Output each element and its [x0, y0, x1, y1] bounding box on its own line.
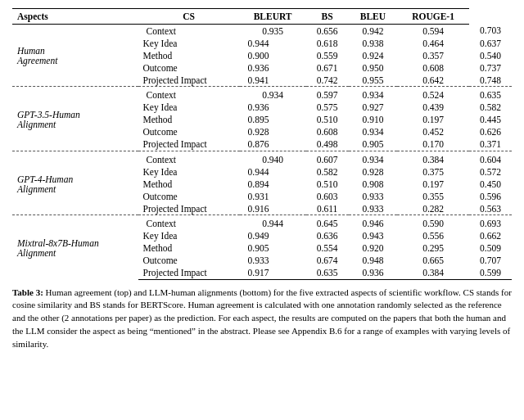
caption-label: Table 3:: [12, 287, 43, 297]
table-container: Aspects CS BLEURT BS BLEU ROUGE-1 HumanA…: [12, 8, 512, 351]
cs-cell: 0.935: [240, 25, 306, 38]
rouge1-cell: 0.693: [469, 215, 512, 230]
bleurt-cell: 0.554: [306, 242, 349, 255]
bleurt-cell: 0.618: [306, 37, 349, 49]
cs-cell: 0.928: [240, 126, 306, 138]
bleu-cell: 0.452: [397, 126, 469, 138]
cs-cell: 0.917: [240, 267, 306, 280]
rouge1-cell: 0.626: [469, 126, 512, 138]
bleu-cell: 0.357: [397, 49, 469, 61]
bleu-cell: 0.439: [397, 102, 469, 114]
aspect-cell: Context: [138, 87, 240, 102]
group-label: GPT-4-HumanAlignment: [12, 151, 138, 215]
results-table: Aspects CS BLEURT BS BLEU ROUGE-1 HumanA…: [12, 8, 512, 280]
rouge1-cell: 0.572: [469, 165, 512, 178]
bs-cell: 0.934: [349, 87, 398, 102]
aspect-cell: Outcome: [138, 126, 240, 138]
cs-cell: 0.905: [240, 242, 306, 255]
bleurt-cell: 0.636: [306, 230, 349, 242]
rouge1-cell: 0.737: [469, 61, 512, 74]
aspect-cell: Context: [138, 151, 240, 165]
cs-cell: 0.876: [240, 138, 306, 151]
group-label: GPT-3.5-HumanAlignment: [12, 87, 138, 151]
rouge1-cell: 0.582: [469, 102, 512, 114]
cs-cell: 0.940: [240, 151, 306, 165]
rouge1-cell: 0.445: [469, 114, 512, 126]
bs-cell: 0.933: [349, 202, 398, 215]
bleu-cell: 0.282: [397, 202, 469, 215]
bleu-cell: 0.384: [397, 267, 469, 280]
cs-cell: 0.895: [240, 114, 306, 126]
col-bs: BS: [306, 9, 349, 25]
bs-cell: 0.928: [349, 165, 398, 178]
bs-cell: 0.942: [349, 25, 398, 38]
cs-cell: 0.949: [240, 230, 306, 242]
bs-cell: 0.933: [349, 190, 398, 202]
cs-cell: 0.941: [240, 74, 306, 87]
bleurt-cell: 0.635: [306, 267, 349, 280]
table-caption: Table 3: Human agreement (top) and LLM-h…: [12, 287, 512, 352]
bleurt-cell: 0.656: [306, 25, 349, 38]
rouge1-cell: 0.563: [469, 202, 512, 215]
bleu-cell: 0.355: [397, 190, 469, 202]
rouge1-cell: 0.540: [469, 49, 512, 61]
bleurt-cell: 0.674: [306, 255, 349, 267]
bleu-cell: 0.608: [397, 61, 469, 74]
col-aspects: Aspects: [12, 9, 138, 25]
bs-cell: 0.938: [349, 37, 398, 49]
bs-cell: 0.946: [349, 215, 398, 230]
aspect-cell: Projected Impact: [138, 138, 240, 151]
bleu-cell: 0.170: [397, 138, 469, 151]
bleurt-cell: 0.597: [306, 87, 349, 102]
bs-cell: 0.927: [349, 102, 398, 114]
bleurt-cell: 0.608: [306, 126, 349, 138]
bleurt-cell: 0.603: [306, 190, 349, 202]
bleurt-cell: 0.575: [306, 102, 349, 114]
bs-cell: 0.905: [349, 138, 398, 151]
col-bleurt: BLEURT: [240, 9, 306, 25]
bleu-cell: 0.556: [397, 230, 469, 242]
rouge1-cell: 0.509: [469, 242, 512, 255]
rouge1-cell: 0.748: [469, 74, 512, 87]
group-label: Mixtral-8x7B-HumanAlignment: [12, 215, 138, 280]
bleu-cell: 0.594: [397, 25, 469, 38]
cs-cell: 0.944: [240, 37, 306, 49]
aspect-cell: Outcome: [138, 61, 240, 74]
caption-text: Human agreement (top) and LLM-human alig…: [12, 287, 512, 350]
group-label: HumanAgreement: [12, 25, 138, 87]
bs-cell: 0.910: [349, 114, 398, 126]
bs-cell: 0.920: [349, 242, 398, 255]
aspect-cell: Method: [138, 49, 240, 61]
rouge1-cell: 0.707: [469, 255, 512, 267]
bs-cell: 0.943: [349, 230, 398, 242]
col-rouge1: ROUGE-1: [397, 9, 469, 25]
bleu-cell: 0.590: [397, 215, 469, 230]
bleu-cell: 0.295: [397, 242, 469, 255]
bleurt-cell: 0.582: [306, 165, 349, 178]
bs-cell: 0.934: [349, 126, 398, 138]
bleurt-cell: 0.607: [306, 151, 349, 165]
aspect-cell: Outcome: [138, 255, 240, 267]
bleurt-cell: 0.510: [306, 178, 349, 190]
aspect-cell: Method: [138, 114, 240, 126]
bs-cell: 0.948: [349, 255, 398, 267]
bleu-cell: 0.384: [397, 151, 469, 165]
aspect-cell: Projected Impact: [138, 74, 240, 87]
cs-cell: 0.900: [240, 49, 306, 61]
bleu-cell: 0.642: [397, 74, 469, 87]
cs-cell: 0.944: [240, 165, 306, 178]
bs-cell: 0.936: [349, 267, 398, 280]
cs-cell: 0.916: [240, 202, 306, 215]
col-cs: CS: [138, 9, 240, 25]
bleu-cell: 0.665: [397, 255, 469, 267]
rouge1-cell: 0.596: [469, 190, 512, 202]
aspect-cell: Projected Impact: [138, 202, 240, 215]
rouge1-cell: 0.450: [469, 178, 512, 190]
rouge1-cell: 0.599: [469, 267, 512, 280]
rouge1-cell: 0.604: [469, 151, 512, 165]
aspect-cell: Method: [138, 242, 240, 255]
bs-cell: 0.934: [349, 151, 398, 165]
bs-cell: 0.950: [349, 61, 398, 74]
rouge1-cell: 0.703: [469, 25, 512, 38]
cs-cell: 0.936: [240, 102, 306, 114]
